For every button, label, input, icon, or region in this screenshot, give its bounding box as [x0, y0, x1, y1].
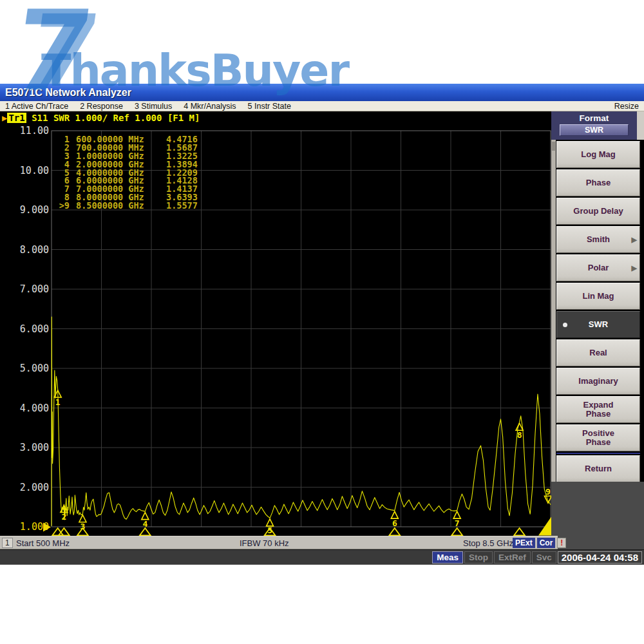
status-item-extref: ExtRef: [494, 551, 531, 564]
title-bar[interactable]: E5071C Network Analyzer: [0, 84, 644, 101]
menu-item-3[interactable]: 3 Stimulus: [135, 102, 172, 111]
softkey-swr[interactable]: SWR: [556, 311, 640, 338]
softkey-imaginary[interactable]: Imaginary: [556, 368, 640, 395]
softkey-lin-mag[interactable]: Lin Mag: [556, 283, 640, 310]
marker-frequency: 8.5000000 GHz: [70, 202, 165, 210]
channel-number-badge: 1: [2, 538, 13, 548]
softkey-group-delay[interactable]: Group Delay: [556, 198, 640, 225]
ifbw-label: IFBW 70 kHz: [240, 538, 289, 548]
window-title: E5071C Network Analyzer: [5, 87, 131, 98]
softkey-polar[interactable]: Polar▶: [556, 254, 640, 281]
menu-resize[interactable]: Resize: [614, 102, 639, 111]
active-marker-axis-indicator-icon: [538, 516, 551, 536]
softkey-header-title: Format: [551, 111, 637, 123]
y-axis-tick-label: 8.000: [20, 244, 49, 256]
softkey-scrollbar[interactable]: [551, 140, 556, 536]
channel-status-bar: 1 Start 500 MHz IFBW 70 kHz Stop 8.5 GHz…: [0, 536, 558, 549]
submenu-arrow-icon: ▶: [632, 235, 637, 245]
status-badge-cor: Cor: [537, 538, 556, 548]
menu-item-1[interactable]: 1 Active Ch/Trace: [5, 102, 68, 111]
y-axis-tick-label: 7.000: [20, 283, 49, 295]
softkey-log-mag[interactable]: Log Mag: [556, 141, 640, 168]
y-axis-tick-label: 4.000: [20, 402, 49, 414]
y-axis-tick-label: 11.00: [20, 125, 49, 137]
menu-item-5[interactable]: 5 Instr State: [248, 102, 291, 111]
status-item-meas: Meas: [432, 551, 463, 564]
softkey-list: Log MagPhaseGroup DelaySmith▶Polar▶Lin M…: [556, 141, 640, 484]
marker-1-number: 1: [55, 397, 61, 407]
y-axis-tick-label: 2.000: [20, 482, 49, 493]
datetime-display: 2006-04-24 04:58: [558, 551, 642, 564]
marker-table: 1600.00000 MHz4.47162700.00000 MHz1.5687…: [54, 135, 198, 210]
marker-3-icon[interactable]: [79, 515, 86, 522]
status-badge-pext: PExt: [513, 538, 535, 548]
menu-item-4[interactable]: 4 Mkr/Analysis: [184, 102, 236, 111]
marker-table-row: >98.5000000 GHz1.5577: [54, 202, 198, 210]
softkey-phase[interactable]: Phase: [556, 169, 640, 196]
marker-9-icon[interactable]: [545, 496, 552, 503]
marker-4-axis-indicator-icon: [140, 528, 151, 536]
softkey-header: Format SWR: [551, 111, 637, 140]
marker-5-icon[interactable]: [267, 519, 274, 526]
y-axis-tick-label: 6.000: [20, 323, 49, 335]
status-items: MeasStopExtRefSvc2006-04-24 04:58: [432, 551, 642, 564]
marker-2-number: 2: [61, 512, 66, 522]
y-axis-tick-label: 9.000: [20, 204, 49, 216]
marker-6-number: 6: [392, 518, 397, 528]
instrument-status-bar: MeasStopExtRefSvc2006-04-24 04:58: [0, 549, 644, 565]
marker-8-axis-indicator-icon: [514, 528, 525, 536]
menu-item-2[interactable]: 2 Response: [80, 102, 123, 111]
softkey-header-value: SWR: [560, 124, 629, 136]
marker-9-number: 9: [545, 487, 551, 497]
softkey-positive-phase[interactable]: Positive Phase: [556, 424, 640, 451]
marker-value: 1.5577: [165, 202, 198, 210]
status-item-stop: Stop: [464, 551, 493, 564]
softkey-return[interactable]: Return: [556, 455, 640, 482]
y-axis-tick-label: 3.000: [20, 442, 49, 453]
marker-number: >9: [54, 202, 70, 210]
marker-7-icon[interactable]: [453, 511, 460, 518]
trace-info-line[interactable]: ▶Tr1 S11 SWR 1.000/ Ref 1.000 [F1 M]: [2, 113, 200, 123]
softkey-separator: [556, 453, 640, 454]
softkey-smith[interactable]: Smith▶: [556, 226, 640, 253]
marker-7-axis-indicator-icon: [451, 528, 462, 536]
trace-label: Tr1: [7, 113, 26, 123]
softkey-panel: Format SWR Log MagPhaseGroup DelaySmith▶…: [551, 111, 644, 549]
marker-4-icon[interactable]: [142, 513, 149, 520]
stop-frequency-label: Stop 8.5 GHz: [463, 538, 513, 548]
marker-6-axis-indicator-icon: [389, 528, 400, 536]
marker-6-icon[interactable]: [391, 511, 398, 518]
softkey-expand-phase[interactable]: Expand Phase: [556, 396, 640, 423]
marker-7-number: 7: [455, 518, 460, 528]
y-axis-tick-label: 5.000: [20, 363, 49, 374]
marker-8-number: 8: [517, 430, 522, 440]
trace-format-text: S11 SWR 1.000/ Ref 1.000 [F1 M]: [26, 113, 200, 123]
status-badge-alert: !: [557, 538, 566, 548]
analyzer-screen: ▶Tr1 S11 SWR 1.000/ Ref 1.000 [F1 M] 160…: [0, 111, 551, 536]
menu-bar: 1 Active Ch/Trace2 Response3 Stimulus4 M…: [0, 101, 644, 111]
status-item-svc: Svc: [532, 551, 556, 564]
page: 7 7 ThanksBuyer E5071C Network Analyzer …: [0, 0, 644, 644]
channel-badges: PExtCor!: [513, 538, 566, 548]
start-frequency-label: Start 500 MHz: [16, 538, 70, 548]
softkey-real[interactable]: Real: [556, 339, 640, 366]
y-axis-tick-label: 10.00: [20, 165, 49, 176]
panel-filler: [637, 111, 644, 140]
submenu-arrow-icon: ▶: [632, 263, 637, 273]
